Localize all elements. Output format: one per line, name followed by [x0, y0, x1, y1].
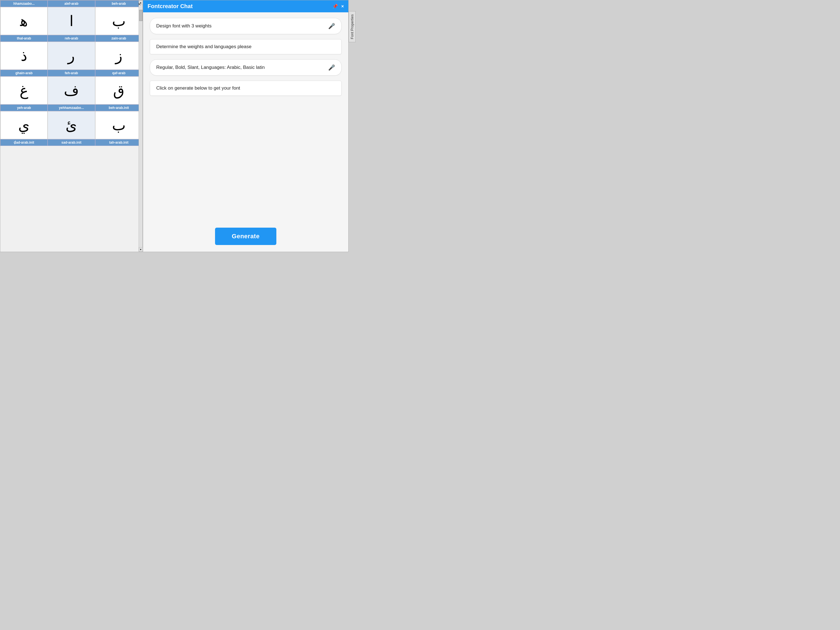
- font-properties-tab[interactable]: Font Properties: [349, 11, 355, 42]
- glyph-row: غ ف ق: [0, 76, 142, 104]
- chat-message-2: Determine the weights and languages plea…: [150, 39, 342, 54]
- glyph-header-cell: beh-arab.init: [95, 104, 142, 111]
- glyph-panel: × hhamzaabo... alef-arab beh-arab ﻫ ا ب …: [0, 0, 143, 252]
- glyph-row: ي ئ ب: [0, 111, 142, 139]
- chat-panel: Fontcreator Chat 📌 × Design font with 3 …: [143, 0, 349, 252]
- glyph-header-cell: alef-arab: [47, 0, 95, 7]
- glyph-cell[interactable]: غ: [0, 76, 47, 104]
- glyph-header-cell: zain-arab: [95, 35, 142, 42]
- chat-message-1: Design font with 3 weights 🎤: [150, 18, 342, 34]
- microphone-icon[interactable]: 🎤: [328, 23, 335, 29]
- chat-body: Design font with 3 weights 🎤 Determine t…: [143, 12, 348, 223]
- scroll-down-arrow[interactable]: ▼: [139, 247, 143, 252]
- message-text: Regular, Bold, Slant, Languages: Arabic,…: [156, 65, 265, 70]
- generate-button[interactable]: Generate: [215, 227, 276, 245]
- glyph-header-cell: sad-arab.init: [47, 139, 95, 146]
- glyph-header-cell: tah-arab.init: [95, 139, 142, 146]
- glyph-cell[interactable]: ئ: [47, 111, 95, 139]
- glyph-header-row: ḍad-arab.init sad-arab.init tah-arab.ini…: [0, 139, 142, 146]
- glyph-header-cell: thal-arab: [0, 35, 47, 42]
- chat-message-3: Regular, Bold, Slant, Languages: Arabic,…: [150, 59, 342, 76]
- glyph-cell[interactable]: ز: [95, 42, 142, 70]
- glyph-cell[interactable]: ا: [47, 7, 95, 35]
- scrollbar-thumb[interactable]: [139, 10, 142, 21]
- glyph-header-cell: ghain-arab: [0, 70, 47, 76]
- glyph-header-cell: qaf-arab: [95, 70, 142, 76]
- scrollbar[interactable]: ▲ ▼: [139, 0, 142, 252]
- glyph-header-cell: feh-arab: [47, 70, 95, 76]
- glyph-cell[interactable]: ر: [47, 42, 95, 70]
- glyph-header-row: hhamzaabo... alef-arab beh-arab: [0, 0, 142, 7]
- glyph-header-cell: yeh-arab: [0, 104, 47, 111]
- message-text: Design font with 3 weights: [156, 23, 212, 29]
- glyph-cell[interactable]: ف: [47, 76, 95, 104]
- pin-icon[interactable]: 📌: [332, 4, 338, 9]
- glyph-header-cell: hhamzaabo...: [0, 0, 47, 7]
- glyph-cell[interactable]: ق: [95, 76, 142, 104]
- glyph-header-row: ghain-arab feh-arab qaf-arab: [0, 70, 142, 76]
- chat-header-icons: 📌 ×: [332, 4, 344, 9]
- glyph-cell[interactable]: ب: [95, 7, 142, 35]
- chat-header: Fontcreator Chat 📌 ×: [143, 0, 348, 12]
- glyph-cell[interactable]: ذ: [0, 42, 47, 70]
- chat-footer: Generate: [143, 223, 348, 252]
- glyph-grid: hhamzaabo... alef-arab beh-arab ﻫ ا ب th…: [0, 0, 142, 252]
- glyph-cell[interactable]: ﻫ: [0, 7, 47, 35]
- glyph-header-cell: beh-arab: [95, 0, 142, 7]
- microphone-icon[interactable]: 🎤: [328, 64, 335, 71]
- glyph-row: ذ ر ز: [0, 42, 142, 70]
- glyph-cell[interactable]: ي: [0, 111, 47, 139]
- glyph-header-row: thal-arab reh-arab zain-arab: [0, 35, 142, 42]
- glyph-header-cell: ḍad-arab.init: [0, 139, 47, 146]
- glyph-header-cell: yehhamzaabo...: [47, 104, 95, 111]
- message-text: Determine the weights and languages plea…: [156, 44, 251, 50]
- glyph-header-row: yeh-arab yehhamzaabo... beh-arab.init: [0, 104, 142, 111]
- glyph-cell[interactable]: ب: [95, 111, 142, 139]
- chat-message-4: Click on generate below to get your font: [150, 81, 342, 96]
- close-left-panel-button[interactable]: ×: [138, 2, 141, 7]
- close-chat-icon[interactable]: ×: [341, 4, 344, 9]
- chat-title: Fontcreator Chat: [148, 3, 193, 9]
- message-text: Click on generate below to get your font: [156, 85, 240, 91]
- glyph-header-cell: reh-arab: [47, 35, 95, 42]
- glyph-row: ﻫ ا ب: [0, 7, 142, 35]
